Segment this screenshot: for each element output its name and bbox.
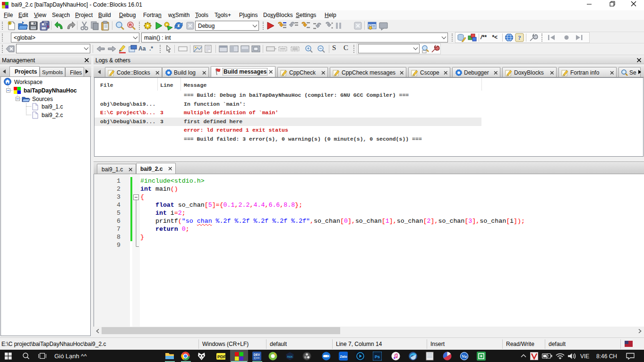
svg-text:R: R: [129, 23, 132, 27]
svg-text:C++: C++: [254, 356, 259, 360]
svg-text:Vu: Vu: [462, 354, 467, 359]
svg-text:Zalo: Zalo: [340, 354, 347, 359]
svg-text:?: ?: [518, 34, 521, 41]
svg-text:PDF: PDF: [217, 354, 225, 359]
svg-text:Ps: Ps: [375, 354, 380, 359]
svg-text:DEV: DEV: [254, 353, 260, 356]
svg-text:nox: nox: [287, 355, 293, 358]
